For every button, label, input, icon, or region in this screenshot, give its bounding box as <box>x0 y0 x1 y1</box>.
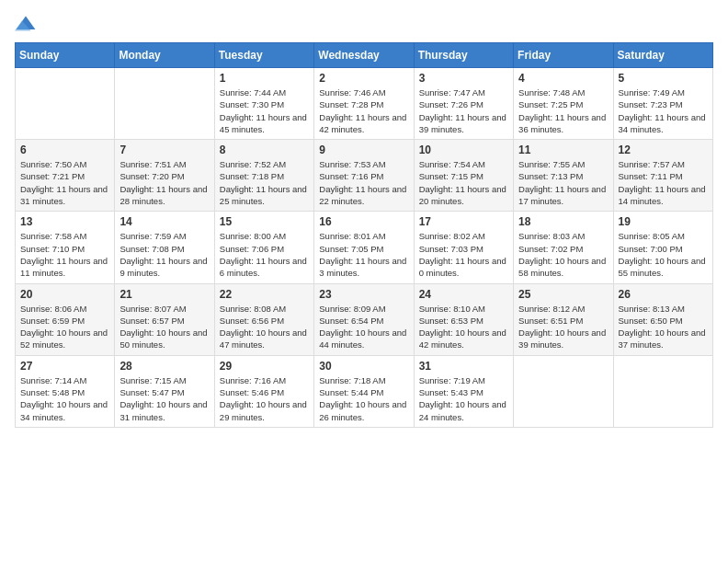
day-number: 30 <box>319 360 408 373</box>
calendar-cell: 13Sunrise: 7:58 AM Sunset: 7:10 PM Dayli… <box>16 212 115 283</box>
day-info: Sunrise: 8:13 AM Sunset: 6:50 PM Dayligh… <box>619 303 708 351</box>
weekday-header-row: SundayMondayTuesdayWednesdayThursdayFrid… <box>16 43 713 68</box>
day-number: 15 <box>220 215 309 228</box>
day-number: 18 <box>518 215 608 228</box>
day-info: Sunrise: 7:50 AM Sunset: 7:21 PM Dayligh… <box>20 158 109 207</box>
calendar-cell <box>16 68 115 140</box>
day-info: Sunrise: 7:49 AM Sunset: 7:23 PM Dayligh… <box>619 86 708 135</box>
day-number: 24 <box>419 288 508 301</box>
day-info: Sunrise: 7:48 AM Sunset: 7:25 PM Dayligh… <box>518 86 608 135</box>
calendar-cell: 12Sunrise: 7:57 AM Sunset: 7:11 PM Dayli… <box>613 140 712 212</box>
day-number: 13 <box>20 215 109 228</box>
day-number: 11 <box>518 144 608 156</box>
logo <box>15 15 40 33</box>
day-info: Sunrise: 7:15 AM Sunset: 5:47 PM Dayligh… <box>119 374 209 423</box>
day-number: 28 <box>119 360 209 373</box>
day-number: 5 <box>619 72 708 85</box>
calendar-cell: 27Sunrise: 7:14 AM Sunset: 5:48 PM Dayli… <box>16 355 115 427</box>
calendar-cell: 26Sunrise: 8:13 AM Sunset: 6:50 PM Dayli… <box>613 283 712 355</box>
calendar-cell: 2Sunrise: 7:46 AM Sunset: 7:28 PM Daylig… <box>314 68 414 140</box>
day-info: Sunrise: 8:10 AM Sunset: 6:53 PM Dayligh… <box>419 303 508 351</box>
weekday-header-sunday: Sunday <box>16 43 115 68</box>
calendar-cell <box>115 68 214 140</box>
day-number: 25 <box>518 288 608 301</box>
day-number: 10 <box>419 144 508 156</box>
day-number: 17 <box>419 215 508 228</box>
calendar-week-2: 6Sunrise: 7:50 AM Sunset: 7:21 PM Daylig… <box>16 140 713 212</box>
calendar-cell: 25Sunrise: 8:12 AM Sunset: 6:51 PM Dayli… <box>514 283 613 355</box>
calendar-cell: 9Sunrise: 7:53 AM Sunset: 7:16 PM Daylig… <box>314 140 414 212</box>
day-number: 16 <box>319 215 408 228</box>
calendar-cell <box>514 355 613 427</box>
calendar-cell: 7Sunrise: 7:51 AM Sunset: 7:20 PM Daylig… <box>115 140 214 212</box>
calendar-cell: 5Sunrise: 7:49 AM Sunset: 7:23 PM Daylig… <box>613 68 712 140</box>
day-number: 3 <box>419 72 508 85</box>
calendar-cell: 30Sunrise: 7:18 AM Sunset: 5:44 PM Dayli… <box>314 355 414 427</box>
weekday-header-tuesday: Tuesday <box>214 43 313 68</box>
calendar-cell: 15Sunrise: 8:00 AM Sunset: 7:06 PM Dayli… <box>214 212 313 283</box>
day-number: 31 <box>419 360 508 373</box>
logo-icon <box>15 15 37 33</box>
day-info: Sunrise: 7:52 AM Sunset: 7:18 PM Dayligh… <box>220 158 309 207</box>
calendar-cell: 29Sunrise: 7:16 AM Sunset: 5:46 PM Dayli… <box>214 355 313 427</box>
calendar-cell: 11Sunrise: 7:55 AM Sunset: 7:13 PM Dayli… <box>514 140 613 212</box>
day-info: Sunrise: 8:02 AM Sunset: 7:03 PM Dayligh… <box>419 230 508 279</box>
calendar-table: SundayMondayTuesdayWednesdayThursdayFrid… <box>15 42 713 428</box>
day-info: Sunrise: 7:51 AM Sunset: 7:20 PM Dayligh… <box>119 158 209 207</box>
day-info: Sunrise: 8:01 AM Sunset: 7:05 PM Dayligh… <box>319 230 408 279</box>
day-info: Sunrise: 7:54 AM Sunset: 7:15 PM Dayligh… <box>419 158 508 207</box>
calendar-cell: 10Sunrise: 7:54 AM Sunset: 7:15 PM Dayli… <box>414 140 513 212</box>
day-info: Sunrise: 8:05 AM Sunset: 7:00 PM Dayligh… <box>619 230 708 279</box>
day-info: Sunrise: 7:19 AM Sunset: 5:43 PM Dayligh… <box>419 374 508 423</box>
day-info: Sunrise: 8:00 AM Sunset: 7:06 PM Dayligh… <box>220 230 309 279</box>
day-number: 26 <box>619 288 708 301</box>
day-number: 21 <box>119 288 209 301</box>
day-number: 23 <box>319 288 408 301</box>
weekday-header-saturday: Saturday <box>613 43 712 68</box>
day-number: 12 <box>619 144 708 156</box>
calendar-cell: 20Sunrise: 8:06 AM Sunset: 6:59 PM Dayli… <box>16 283 115 355</box>
day-info: Sunrise: 7:58 AM Sunset: 7:10 PM Dayligh… <box>20 230 109 279</box>
calendar-cell: 24Sunrise: 8:10 AM Sunset: 6:53 PM Dayli… <box>414 283 513 355</box>
weekday-header-thursday: Thursday <box>414 43 513 68</box>
day-info: Sunrise: 7:47 AM Sunset: 7:26 PM Dayligh… <box>419 86 508 135</box>
calendar-cell <box>613 355 712 427</box>
calendar-week-3: 13Sunrise: 7:58 AM Sunset: 7:10 PM Dayli… <box>16 212 713 283</box>
day-info: Sunrise: 8:06 AM Sunset: 6:59 PM Dayligh… <box>20 303 109 351</box>
weekday-header-wednesday: Wednesday <box>314 43 414 68</box>
day-number: 29 <box>220 360 309 373</box>
calendar-cell: 18Sunrise: 8:03 AM Sunset: 7:02 PM Dayli… <box>514 212 613 283</box>
day-info: Sunrise: 8:12 AM Sunset: 6:51 PM Dayligh… <box>518 303 608 351</box>
day-number: 22 <box>220 288 309 301</box>
day-info: Sunrise: 7:18 AM Sunset: 5:44 PM Dayligh… <box>319 374 408 423</box>
calendar-cell: 1Sunrise: 7:44 AM Sunset: 7:30 PM Daylig… <box>214 68 313 140</box>
day-number: 4 <box>518 72 608 85</box>
day-number: 1 <box>220 72 309 85</box>
calendar-cell: 8Sunrise: 7:52 AM Sunset: 7:18 PM Daylig… <box>214 140 313 212</box>
calendar-cell: 31Sunrise: 7:19 AM Sunset: 5:43 PM Dayli… <box>414 355 513 427</box>
day-info: Sunrise: 8:07 AM Sunset: 6:57 PM Dayligh… <box>119 303 209 351</box>
day-number: 7 <box>119 144 209 156</box>
calendar-cell: 19Sunrise: 8:05 AM Sunset: 7:00 PM Dayli… <box>613 212 712 283</box>
day-info: Sunrise: 7:44 AM Sunset: 7:30 PM Dayligh… <box>220 86 309 135</box>
calendar-week-4: 20Sunrise: 8:06 AM Sunset: 6:59 PM Dayli… <box>16 283 713 355</box>
day-info: Sunrise: 7:55 AM Sunset: 7:13 PM Dayligh… <box>518 158 608 207</box>
day-info: Sunrise: 7:57 AM Sunset: 7:11 PM Dayligh… <box>619 158 708 207</box>
day-info: Sunrise: 7:16 AM Sunset: 5:46 PM Dayligh… <box>220 374 309 423</box>
day-number: 9 <box>319 144 408 156</box>
calendar-cell: 3Sunrise: 7:47 AM Sunset: 7:26 PM Daylig… <box>414 68 513 140</box>
day-number: 8 <box>220 144 309 156</box>
day-number: 19 <box>619 215 708 228</box>
day-info: Sunrise: 8:08 AM Sunset: 6:56 PM Dayligh… <box>220 303 309 351</box>
day-number: 27 <box>20 360 109 373</box>
day-info: Sunrise: 7:53 AM Sunset: 7:16 PM Dayligh… <box>319 158 408 207</box>
calendar-week-1: 1Sunrise: 7:44 AM Sunset: 7:30 PM Daylig… <box>16 68 713 140</box>
calendar-cell: 17Sunrise: 8:02 AM Sunset: 7:03 PM Dayli… <box>414 212 513 283</box>
calendar-cell: 23Sunrise: 8:09 AM Sunset: 6:54 PM Dayli… <box>314 283 414 355</box>
day-info: Sunrise: 7:14 AM Sunset: 5:48 PM Dayligh… <box>20 374 109 423</box>
calendar-week-5: 27Sunrise: 7:14 AM Sunset: 5:48 PM Dayli… <box>16 355 713 427</box>
calendar-cell: 28Sunrise: 7:15 AM Sunset: 5:47 PM Dayli… <box>115 355 214 427</box>
calendar-cell: 14Sunrise: 7:59 AM Sunset: 7:08 PM Dayli… <box>115 212 214 283</box>
weekday-header-monday: Monday <box>115 43 214 68</box>
calendar-cell: 21Sunrise: 8:07 AM Sunset: 6:57 PM Dayli… <box>115 283 214 355</box>
